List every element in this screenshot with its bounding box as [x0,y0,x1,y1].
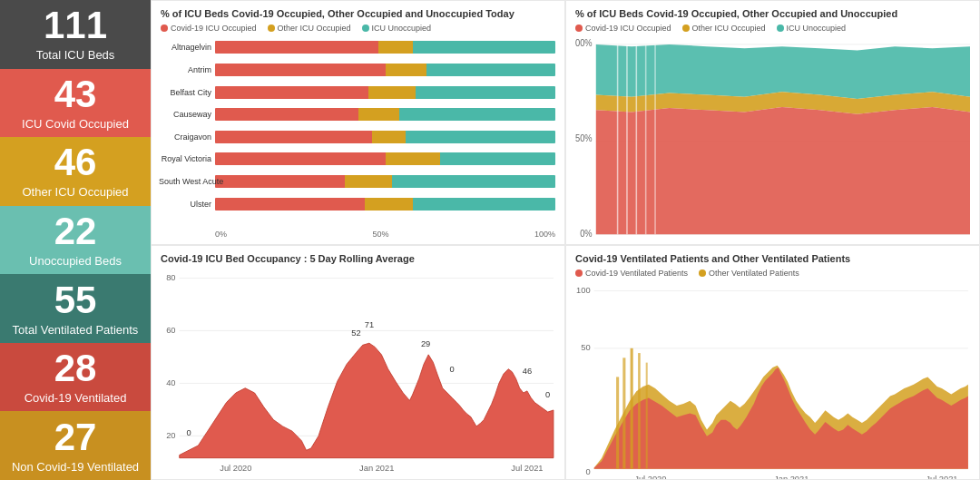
svg-text:40: 40 [166,377,175,387]
bar-segment-unoccupied [413,198,556,211]
bar-hospital-label: Ulster [159,200,211,209]
svg-text:0%: 0% [580,228,593,238]
legend-label: Covid-19 Ventilated Patients [585,269,688,278]
svg-text:71: 71 [365,319,374,329]
legend-dot [575,269,583,277]
legend-dot [682,24,690,32]
legend-item: Other Ventilated Patients [699,269,799,278]
stat-number: 46 [54,143,97,181]
legend-dot [575,24,583,32]
stat-card: 27 Non Covid-19 Ventilated [0,411,151,480]
stat-card: 43 ICU Covid Occupied [0,69,151,138]
bottom-left-timeseries: 80 60 40 20 0 52 71 29 [161,269,555,479]
stat-number: 55 [54,281,97,319]
legend-dot [699,269,706,277]
bottom-right-title: Covid-19 Ventilated Patients and Other V… [575,253,970,265]
stat-number: 22 [54,212,97,250]
stat-label: Covid-19 Ventilated [24,391,127,405]
stat-card: 28 Covid-19 Ventilated [0,343,151,412]
svg-text:60: 60 [166,325,175,335]
bottom-left-title: Covid-19 ICU Bed Occupancy : 5 Day Rolli… [161,253,555,265]
legend-item: Other ICU Occupied [682,24,766,33]
stat-card: 22 Unoccupied Beds [0,206,151,275]
svg-text:0: 0 [585,466,590,476]
bar-segment-other [386,152,440,165]
bar-track [215,198,555,211]
bar-track [215,64,555,76]
top-row: % of ICU Beds Covid-19 Occupied, Other O… [151,0,980,245]
top-left-title: % of ICU Beds Covid-19 Occupied, Other O… [161,8,555,20]
bar-row: Belfast City [215,84,555,101]
legend-label: ICU Unoccupied [372,24,432,33]
bar-track [215,175,555,188]
x-axis-labels: 0% 50% 100% [161,230,555,239]
legend-item: Other ICU Occupied [268,24,351,33]
bar-row: Antrim [215,62,555,78]
legend-dot [362,24,369,32]
stat-label: ICU Covid Occupied [22,117,129,131]
bar-row: Royal Victoria [215,151,555,167]
svg-text:Jul 2020: Jul 2020 [220,464,251,474]
bar-segment-unoccupied [426,64,556,76]
legend-item: ICU Unoccupied [362,24,432,33]
bar-segment-other [358,108,399,121]
stat-label: Total ICU Beds [36,48,115,62]
svg-text:46: 46 [523,366,532,376]
svg-text:29: 29 [421,339,430,349]
bar-segment-covid [215,108,358,121]
svg-text:Jan 2021: Jan 2021 [774,475,808,480]
bar-segment-covid [215,41,378,54]
top-right-legend: Covid-19 ICU OccupiedOther ICU OccupiedI… [575,24,970,33]
bar-chart-area: AltnagelvinAntrimBelfast CityCausewayCra… [161,36,555,228]
top-right-title: % of ICU Beds Covid-19 Occupied, Other O… [575,8,970,20]
legend-label: ICU Unoccupied [787,24,847,33]
stat-number: 111 [44,6,107,44]
svg-text:100: 100 [576,285,591,295]
svg-text:50%: 50% [575,133,593,143]
top-left-chart: % of ICU Beds Covid-19 Occupied, Other O… [151,0,565,245]
svg-text:0: 0 [186,428,191,438]
bar-track [215,152,555,165]
bar-segment-unoccupied [392,175,555,188]
bottom-right-legend: Covid-19 Ventilated PatientsOther Ventil… [575,269,970,278]
bar-hospital-label: Craigavon [159,132,211,142]
bottom-left-chart: Covid-19 ICU Bed Occupancy : 5 Day Rolli… [151,245,565,480]
svg-text:100%: 100% [575,38,593,48]
stat-label: Non Covid-19 Ventilated [12,460,139,474]
bar-segment-other [345,175,393,188]
bar-segment-other [372,131,407,143]
bar-segment-other [365,198,413,211]
bar-hospital-label: Altnagelvin [159,43,211,52]
bar-track [215,131,555,143]
bar-hospital-label: Royal Victoria [159,154,211,163]
stat-label: Unoccupied Beds [29,254,122,268]
stat-number: 28 [54,349,97,387]
bar-track [215,41,555,54]
stat-number: 43 [54,75,97,113]
stat-number: 27 [54,418,97,456]
bottom-right-timeseries: 100 50 0 [575,281,970,480]
svg-text:80: 80 [166,272,175,282]
bar-row: Causeway [215,106,555,122]
stat-label: Total Ventilated Patients [13,323,139,337]
legend-label: Other ICU Occupied [692,24,766,33]
bar-hospital-label: Causeway [159,110,211,119]
bar-track [215,108,555,121]
top-right-timeseries: 100% 50% 0% [575,36,970,239]
bottom-row: Covid-19 ICU Bed Occupancy : 5 Day Rolli… [151,245,980,480]
legend-item: Covid-19 ICU Occupied [161,24,257,33]
legend-label: Covid-19 ICU Occupied [171,24,257,33]
legend-label: Other ICU Occupied [278,24,351,33]
bar-row: Altnagelvin [215,39,555,55]
svg-text:50: 50 [581,342,590,352]
bar-track [215,86,555,99]
legend-dot [268,24,275,32]
legend-label: Other Ventilated Patients [709,269,799,278]
top-left-legend: Covid-19 ICU OccupiedOther ICU OccupiedI… [161,24,555,33]
legend-dot [161,24,168,32]
legend-item: Covid-19 Ventilated Patients [575,269,688,278]
bar-hospital-label: Belfast City [159,88,211,97]
bar-segment-covid [215,64,386,76]
svg-text:Jul 2020: Jul 2020 [634,475,666,480]
svg-text:20: 20 [166,430,175,440]
